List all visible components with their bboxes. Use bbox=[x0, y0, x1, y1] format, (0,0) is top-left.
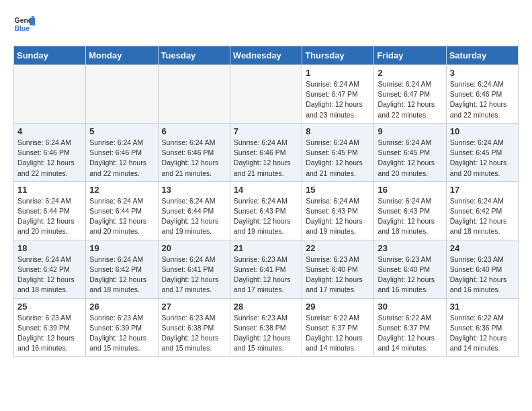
day-info: Sunrise: 6:22 AM Sunset: 6:37 PM Dayligh… bbox=[306, 313, 370, 354]
calendar-table: SundayMondayTuesdayWednesdayThursdayFrid… bbox=[13, 46, 519, 357]
svg-marker-2 bbox=[30, 17, 35, 25]
day-info: Sunrise: 6:23 AM Sunset: 6:41 PM Dayligh… bbox=[234, 255, 298, 295]
calendar-week-row: 18Sunrise: 6:24 AM Sunset: 6:42 PM Dayli… bbox=[14, 240, 519, 298]
day-info: Sunrise: 6:23 AM Sunset: 6:40 PM Dayligh… bbox=[306, 255, 370, 295]
day-number: 11 bbox=[17, 185, 82, 195]
day-number: 31 bbox=[450, 302, 515, 312]
calendar-cell: 2Sunrise: 6:24 AM Sunset: 6:47 PM Daylig… bbox=[374, 65, 446, 124]
day-number: 13 bbox=[162, 185, 226, 195]
calendar-cell: 24Sunrise: 6:23 AM Sunset: 6:40 PM Dayli… bbox=[446, 240, 518, 298]
day-number: 27 bbox=[162, 302, 226, 312]
calendar-cell: 8Sunrise: 6:24 AM Sunset: 6:45 PM Daylig… bbox=[302, 123, 374, 181]
day-number: 17 bbox=[450, 185, 515, 195]
day-number: 6 bbox=[162, 126, 226, 136]
day-number: 26 bbox=[89, 302, 154, 312]
calendar-cell: 3Sunrise: 6:24 AM Sunset: 6:46 PM Daylig… bbox=[446, 65, 518, 124]
day-number: 21 bbox=[234, 243, 298, 253]
calendar-cell bbox=[14, 65, 86, 124]
calendar-cell: 11Sunrise: 6:24 AM Sunset: 6:44 PM Dayli… bbox=[14, 181, 86, 240]
weekday-header: Tuesday bbox=[158, 46, 230, 65]
day-number: 19 bbox=[89, 243, 154, 253]
calendar-cell: 15Sunrise: 6:24 AM Sunset: 6:43 PM Dayli… bbox=[302, 181, 374, 240]
calendar-cell: 6Sunrise: 6:24 AM Sunset: 6:46 PM Daylig… bbox=[158, 123, 230, 181]
day-info: Sunrise: 6:24 AM Sunset: 6:43 PM Dayligh… bbox=[234, 196, 298, 237]
calendar-cell: 10Sunrise: 6:24 AM Sunset: 6:45 PM Dayli… bbox=[446, 123, 518, 181]
day-info: Sunrise: 6:24 AM Sunset: 6:46 PM Dayligh… bbox=[17, 138, 82, 179]
calendar-cell: 28Sunrise: 6:23 AM Sunset: 6:38 PM Dayli… bbox=[230, 298, 302, 357]
calendar-cell: 7Sunrise: 6:24 AM Sunset: 6:46 PM Daylig… bbox=[230, 123, 302, 181]
calendar-cell: 13Sunrise: 6:24 AM Sunset: 6:44 PM Dayli… bbox=[158, 181, 230, 240]
calendar-cell: 5Sunrise: 6:24 AM Sunset: 6:46 PM Daylig… bbox=[86, 123, 158, 181]
calendar-week-row: 1Sunrise: 6:24 AM Sunset: 6:47 PM Daylig… bbox=[14, 65, 519, 124]
day-info: Sunrise: 6:24 AM Sunset: 6:44 PM Dayligh… bbox=[162, 196, 226, 237]
calendar-cell: 25Sunrise: 6:23 AM Sunset: 6:39 PM Dayli… bbox=[14, 298, 86, 357]
calendar-cell: 31Sunrise: 6:22 AM Sunset: 6:36 PM Dayli… bbox=[446, 298, 518, 357]
day-number: 4 bbox=[17, 126, 82, 136]
day-number: 24 bbox=[450, 243, 515, 253]
calendar-cell: 12Sunrise: 6:24 AM Sunset: 6:44 PM Dayli… bbox=[86, 181, 158, 240]
day-number: 25 bbox=[17, 302, 82, 312]
day-info: Sunrise: 6:24 AM Sunset: 6:46 PM Dayligh… bbox=[89, 138, 154, 179]
day-info: Sunrise: 6:22 AM Sunset: 6:36 PM Dayligh… bbox=[450, 313, 515, 354]
calendar-week-row: 25Sunrise: 6:23 AM Sunset: 6:39 PM Dayli… bbox=[14, 298, 519, 357]
calendar-cell bbox=[230, 65, 302, 124]
calendar-cell: 30Sunrise: 6:22 AM Sunset: 6:37 PM Dayli… bbox=[374, 298, 446, 357]
day-number: 5 bbox=[89, 126, 154, 136]
calendar-cell: 29Sunrise: 6:22 AM Sunset: 6:37 PM Dayli… bbox=[302, 298, 374, 357]
svg-text:Blue: Blue bbox=[15, 25, 30, 32]
day-number: 2 bbox=[378, 68, 442, 78]
logo: General Blue bbox=[13, 13, 35, 35]
calendar-cell: 27Sunrise: 6:23 AM Sunset: 6:38 PM Dayli… bbox=[158, 298, 230, 357]
calendar-cell: 17Sunrise: 6:24 AM Sunset: 6:42 PM Dayli… bbox=[446, 181, 518, 240]
calendar-cell: 22Sunrise: 6:23 AM Sunset: 6:40 PM Dayli… bbox=[302, 240, 374, 298]
calendar-cell: 21Sunrise: 6:23 AM Sunset: 6:41 PM Dayli… bbox=[230, 240, 302, 298]
day-info: Sunrise: 6:23 AM Sunset: 6:38 PM Dayligh… bbox=[234, 313, 298, 354]
day-number: 16 bbox=[378, 185, 442, 195]
page-header: General Blue bbox=[13, 13, 519, 35]
day-info: Sunrise: 6:24 AM Sunset: 6:46 PM Dayligh… bbox=[162, 138, 226, 179]
day-info: Sunrise: 6:24 AM Sunset: 6:47 PM Dayligh… bbox=[306, 79, 370, 120]
day-info: Sunrise: 6:24 AM Sunset: 6:45 PM Dayligh… bbox=[450, 138, 515, 179]
day-info: Sunrise: 6:23 AM Sunset: 6:39 PM Dayligh… bbox=[89, 313, 154, 354]
calendar-cell: 20Sunrise: 6:24 AM Sunset: 6:41 PM Dayli… bbox=[158, 240, 230, 298]
day-number: 18 bbox=[17, 243, 82, 253]
day-info: Sunrise: 6:24 AM Sunset: 6:45 PM Dayligh… bbox=[306, 138, 370, 179]
calendar-cell: 16Sunrise: 6:24 AM Sunset: 6:43 PM Dayli… bbox=[374, 181, 446, 240]
calendar-cell: 26Sunrise: 6:23 AM Sunset: 6:39 PM Dayli… bbox=[86, 298, 158, 357]
calendar-cell: 19Sunrise: 6:24 AM Sunset: 6:42 PM Dayli… bbox=[86, 240, 158, 298]
weekday-header: Friday bbox=[374, 46, 446, 65]
day-number: 10 bbox=[450, 126, 515, 136]
day-number: 9 bbox=[378, 126, 442, 136]
weekday-header-row: SundayMondayTuesdayWednesdayThursdayFrid… bbox=[14, 46, 519, 65]
day-number: 1 bbox=[306, 68, 370, 78]
calendar-cell bbox=[86, 65, 158, 124]
calendar-cell: 1Sunrise: 6:24 AM Sunset: 6:47 PM Daylig… bbox=[302, 65, 374, 124]
calendar-cell: 4Sunrise: 6:24 AM Sunset: 6:46 PM Daylig… bbox=[14, 123, 86, 181]
calendar-cell: 9Sunrise: 6:24 AM Sunset: 6:45 PM Daylig… bbox=[374, 123, 446, 181]
day-info: Sunrise: 6:24 AM Sunset: 6:46 PM Dayligh… bbox=[450, 79, 515, 120]
day-info: Sunrise: 6:23 AM Sunset: 6:40 PM Dayligh… bbox=[378, 255, 442, 295]
calendar-week-row: 11Sunrise: 6:24 AM Sunset: 6:44 PM Dayli… bbox=[14, 181, 519, 240]
day-number: 20 bbox=[162, 243, 226, 253]
logo-icon: General Blue bbox=[13, 13, 35, 35]
day-info: Sunrise: 6:24 AM Sunset: 6:42 PM Dayligh… bbox=[450, 196, 515, 237]
weekday-header: Wednesday bbox=[230, 46, 302, 65]
day-number: 29 bbox=[306, 302, 370, 312]
day-info: Sunrise: 6:24 AM Sunset: 6:45 PM Dayligh… bbox=[378, 138, 442, 179]
day-info: Sunrise: 6:22 AM Sunset: 6:37 PM Dayligh… bbox=[378, 313, 442, 354]
day-info: Sunrise: 6:24 AM Sunset: 6:46 PM Dayligh… bbox=[234, 138, 298, 179]
day-info: Sunrise: 6:24 AM Sunset: 6:44 PM Dayligh… bbox=[17, 196, 82, 237]
day-info: Sunrise: 6:23 AM Sunset: 6:39 PM Dayligh… bbox=[17, 313, 82, 354]
day-info: Sunrise: 6:24 AM Sunset: 6:41 PM Dayligh… bbox=[162, 255, 226, 295]
calendar-cell: 23Sunrise: 6:23 AM Sunset: 6:40 PM Dayli… bbox=[374, 240, 446, 298]
weekday-header: Saturday bbox=[446, 46, 518, 65]
day-info: Sunrise: 6:23 AM Sunset: 6:40 PM Dayligh… bbox=[450, 255, 515, 295]
day-number: 30 bbox=[378, 302, 442, 312]
day-number: 22 bbox=[306, 243, 370, 253]
day-info: Sunrise: 6:24 AM Sunset: 6:47 PM Dayligh… bbox=[378, 79, 442, 120]
weekday-header: Monday bbox=[86, 46, 158, 65]
calendar-week-row: 4Sunrise: 6:24 AM Sunset: 6:46 PM Daylig… bbox=[14, 123, 519, 181]
day-info: Sunrise: 6:24 AM Sunset: 6:43 PM Dayligh… bbox=[378, 196, 442, 237]
calendar-cell: 14Sunrise: 6:24 AM Sunset: 6:43 PM Dayli… bbox=[230, 181, 302, 240]
day-number: 28 bbox=[234, 302, 298, 312]
